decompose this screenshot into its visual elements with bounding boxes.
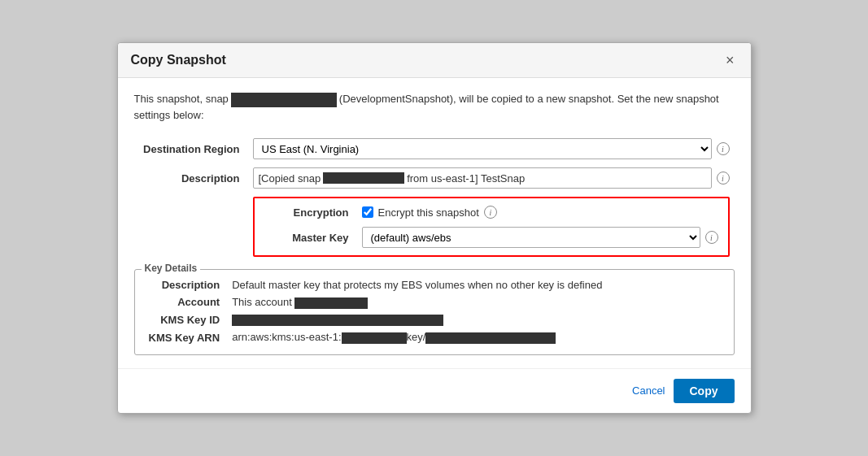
kd-account-redacted (294, 297, 368, 309)
kd-account-row: Account This account (145, 293, 724, 311)
kd-kmsid-value (228, 311, 723, 329)
kd-kmsarn-suffix: key/ (407, 331, 426, 343)
cancel-button[interactable]: Cancel (632, 384, 665, 397)
kd-account-value: This account (228, 293, 723, 311)
dialog-body: This snapshot, snap(DevelopmentSnapshot)… (118, 78, 751, 368)
destination-region-value-cell: US East (N. Virginia) i (253, 138, 730, 159)
description-field[interactable]: [Copied snapfrom us-east-1] TestSnap (253, 167, 712, 189)
master-key-value-cell: (default) aws/ebs i (362, 227, 718, 248)
description-label: Description (134, 163, 248, 193)
kd-account-label: Account (145, 293, 229, 311)
encrypt-text: Encrypt this snapshot (378, 206, 479, 219)
dialog-header: Copy Snapshot × (118, 43, 751, 78)
kd-kmsarn-value: arn:aws:kms:us-east-1:key/ (228, 328, 723, 346)
encryption-inner-table: Encryption Encrypt this snapshot i (260, 202, 723, 252)
encrypt-checkbox[interactable] (362, 206, 373, 218)
kd-account-prefix: This account (232, 296, 292, 308)
kd-kmsid-row: KMS Key ID (145, 311, 724, 329)
kd-kmsarn-mid-redacted (342, 332, 407, 344)
kd-description-value: Default master key that protects my EBS … (228, 276, 723, 293)
description-value-cell: [Copied snapfrom us-east-1] TestSnap i (253, 167, 730, 189)
master-key-select[interactable]: (default) aws/ebs (362, 227, 700, 248)
kd-description-row: Description Default master key that prot… (145, 276, 724, 293)
copy-button[interactable]: Copy (674, 379, 735, 403)
desc-suffix: from us-east-1] TestSnap (407, 172, 525, 185)
destination-region-info-icon: i (717, 142, 730, 155)
dialog-footer: Cancel Copy (118, 368, 751, 413)
desc-redacted (323, 172, 404, 184)
key-details-box: Key Details Description Default master k… (134, 269, 735, 355)
kd-kmsarn-row: KMS Key ARN arn:aws:kms:us-east-1:key/ (145, 328, 724, 346)
kd-kmsarn-label: KMS Key ARN (145, 328, 229, 346)
kd-kmsid-redacted (232, 315, 443, 326)
description-info-icon: i (717, 172, 730, 185)
encrypt-row: Encrypt this snapshot i (362, 206, 718, 219)
encrypt-info-icon: i (484, 206, 497, 219)
intro-prefix: This snapshot, snap (134, 93, 229, 105)
encryption-section: Encryption Encrypt this snapshot i (253, 197, 730, 257)
dialog-title: Copy Snapshot (131, 53, 226, 67)
destination-region-select[interactable]: US East (N. Virginia) (253, 138, 712, 159)
destination-region-label: Destination Region (134, 134, 248, 163)
kd-kmsarn-prefix: arn:aws:kms:us-east-1: (232, 331, 341, 343)
form-table: Destination Region US East (N. Virginia)… (134, 134, 735, 261)
master-key-inner-row: Master Key (default) aws/ebs i (260, 223, 723, 252)
encryption-label: Encryption (260, 202, 357, 223)
encryption-masterkey-row: Encryption Encrypt this snapshot i (134, 193, 735, 261)
snap-name-redacted (231, 93, 337, 107)
key-details-table: Description Default master key that prot… (145, 276, 724, 346)
copy-snapshot-dialog: Copy Snapshot × This snapshot, snap(Deve… (117, 42, 752, 414)
master-key-info-icon: i (705, 231, 718, 244)
desc-prefix: [Copied snap (259, 172, 321, 185)
intro-text: This snapshot, snap(DevelopmentSnapshot)… (134, 91, 735, 123)
master-key-label: Master Key (260, 223, 357, 252)
key-details-legend: Key Details (142, 263, 201, 274)
kd-kmsarn-end-redacted (425, 332, 556, 344)
destination-region-row: Destination Region US East (N. Virginia)… (134, 134, 735, 163)
kd-description-label: Description (145, 276, 229, 293)
description-row: Description [Copied snapfrom us-east-1] … (134, 163, 735, 193)
kd-kmsid-label: KMS Key ID (145, 311, 229, 329)
encryption-inner-row: Encryption Encrypt this snapshot i (260, 202, 723, 223)
close-button[interactable]: × (722, 53, 738, 67)
